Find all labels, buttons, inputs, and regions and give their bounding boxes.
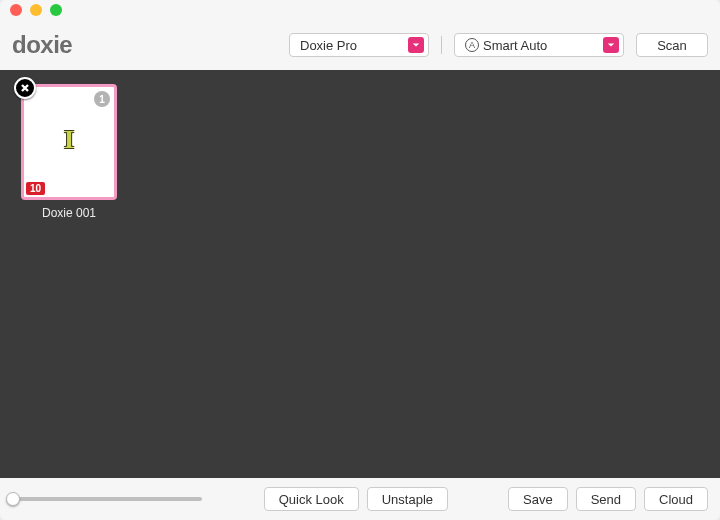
delete-scan-button[interactable] [14, 77, 36, 99]
red-badge: 10 [26, 182, 45, 195]
device-select[interactable]: Doxie Pro [289, 33, 429, 57]
footer: Quick Look Unstaple Save Send Cloud [0, 478, 720, 520]
thumbnail-wrap: 1 I 10 Doxie 001 [14, 84, 124, 220]
save-label: Save [523, 492, 553, 507]
zoom-slider-knob[interactable] [6, 492, 20, 506]
footer-group-export: Save Send Cloud [508, 487, 708, 511]
zoom-slider[interactable] [12, 497, 202, 501]
titlebar [0, 0, 720, 20]
close-window-button[interactable] [10, 4, 22, 16]
zoom-window-button[interactable] [50, 4, 62, 16]
minimize-window-button[interactable] [30, 4, 42, 16]
scan-button-label: Scan [657, 38, 687, 53]
unstaple-button[interactable]: Unstaple [367, 487, 448, 511]
cloud-button[interactable]: Cloud [644, 487, 708, 511]
scan-button[interactable]: Scan [636, 33, 708, 57]
quick-look-button[interactable]: Quick Look [264, 487, 359, 511]
page-count-badge: 1 [94, 91, 110, 107]
toolbar-separator [441, 36, 442, 54]
scan-art-icon: I [64, 125, 74, 155]
app-logo: doxie [12, 31, 277, 59]
mode-select-label: Smart Auto [483, 38, 547, 53]
auto-mode-icon: A [465, 38, 479, 52]
quick-look-label: Quick Look [279, 492, 344, 507]
unstaple-label: Unstaple [382, 492, 433, 507]
chevron-down-icon [603, 37, 619, 53]
scan-thumbnail[interactable]: 1 I 10 [21, 84, 117, 200]
save-button[interactable]: Save [508, 487, 568, 511]
app-window: doxie Doxie Pro A Smart Auto Scan [0, 0, 720, 520]
cloud-label: Cloud [659, 492, 693, 507]
device-select-label: Doxie Pro [300, 38, 357, 53]
toolbar: doxie Doxie Pro A Smart Auto Scan [0, 20, 720, 70]
send-label: Send [591, 492, 621, 507]
scan-thumbnail-label: Doxie 001 [42, 206, 96, 220]
scan-stage: 1 I 10 Doxie 001 [0, 70, 720, 478]
chevron-down-icon [408, 37, 424, 53]
send-button[interactable]: Send [576, 487, 636, 511]
footer-group-primary: Quick Look Unstaple [264, 487, 448, 511]
mode-select[interactable]: A Smart Auto [454, 33, 624, 57]
